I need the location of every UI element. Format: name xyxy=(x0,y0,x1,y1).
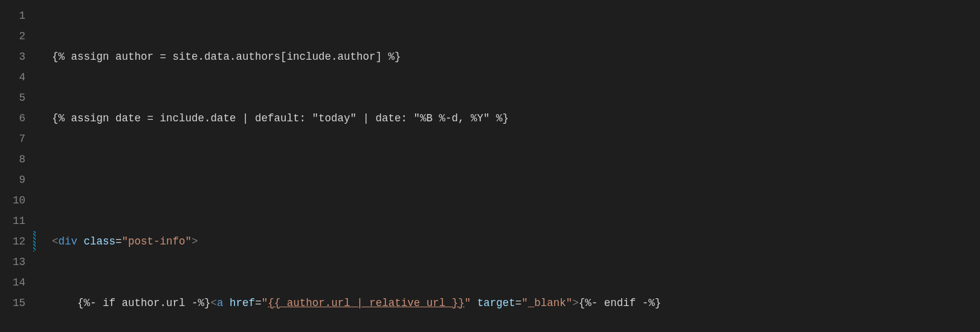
code-line xyxy=(52,170,980,190)
line-number: 15 xyxy=(0,293,25,313)
html-attr: class xyxy=(84,235,116,247)
line-number: 10 xyxy=(0,190,25,211)
equals: = xyxy=(255,297,262,309)
code-line: {%- if author.url -%}<a href="{{ author.… xyxy=(52,293,980,313)
line-number: 5 xyxy=(0,88,25,108)
line-number: 11 xyxy=(0,211,25,231)
line-number-gutter: 1 2 3 4 5 6 7 8 9 10 11 12 13 14 15 xyxy=(0,0,40,332)
code-editor: 1 2 3 4 5 6 7 8 9 10 11 12 13 14 15 {% a… xyxy=(0,0,980,332)
string: "_blank" xyxy=(521,297,572,309)
code-line: {% assign date = include.date | default:… xyxy=(52,108,980,129)
html-attr: href xyxy=(230,297,255,309)
line-number: 6 xyxy=(0,108,25,129)
indent xyxy=(52,297,77,309)
string: "post-info" xyxy=(122,235,192,247)
code-line: <div class="post-info"> xyxy=(52,231,980,252)
angle-bracket: < xyxy=(211,297,218,309)
liquid-tag: {%- if author.url -%} xyxy=(77,297,211,309)
link-value[interactable]: {{ author.url | relative_url }} xyxy=(268,297,465,309)
equals: = xyxy=(515,297,522,309)
gutter-modified-marker xyxy=(33,231,36,252)
html-tag: a xyxy=(217,297,224,309)
html-tag: div xyxy=(59,235,78,247)
angle-bracket: < xyxy=(52,235,59,247)
liquid-tag: {% assign author = site.data.authors[inc… xyxy=(52,51,401,63)
line-number: 7 xyxy=(0,129,25,149)
space xyxy=(471,297,477,309)
line-number: 4 xyxy=(0,67,25,88)
liquid-tag: {%- endif -%} xyxy=(579,297,662,309)
space xyxy=(77,235,84,247)
liquid-tag: {% assign date = include.date | default:… xyxy=(52,112,509,124)
line-number: 2 xyxy=(0,26,25,46)
quote: " xyxy=(262,297,268,309)
html-attr: target xyxy=(477,297,515,309)
code-area[interactable]: {% assign author = site.data.authors[inc… xyxy=(40,0,980,332)
angle-bracket: > xyxy=(192,235,198,247)
space xyxy=(224,297,230,309)
line-number: 9 xyxy=(0,170,25,190)
line-number: 12 xyxy=(0,231,25,252)
line-number: 3 xyxy=(0,46,25,67)
line-number: 8 xyxy=(0,149,25,170)
quote: " xyxy=(465,297,471,309)
line-number: 1 xyxy=(0,5,25,26)
angle-bracket: > xyxy=(572,297,579,309)
equals: = xyxy=(115,235,122,247)
line-number: 14 xyxy=(0,272,25,293)
code-line: {% assign author = site.data.authors[inc… xyxy=(52,46,980,67)
line-number: 13 xyxy=(0,252,25,272)
